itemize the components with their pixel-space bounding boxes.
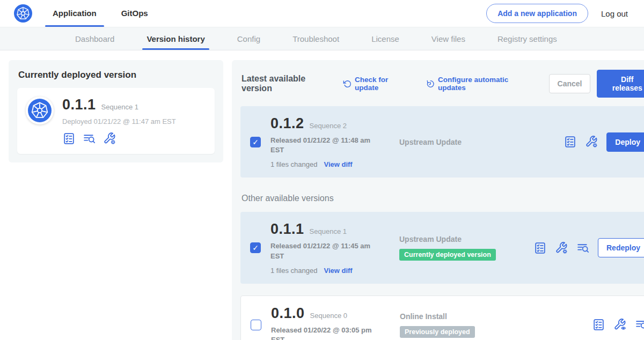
version-sequence: Sequence 0 [310, 312, 347, 320]
tab-view-files[interactable]: View files [431, 27, 465, 50]
other-versions-label: Other available versions [241, 194, 644, 203]
version-sequence: Sequence 2 [310, 122, 347, 130]
deployed-version-card: 0.1.1 Sequence 1 Deployed 01/21/22 @ 11:… [17, 88, 215, 154]
previously-deployed-badge: Previously deployed [400, 326, 475, 338]
released-timestamp: Released 01/20/22 @ 03:05 pm EST [271, 326, 372, 340]
edit-config-icon[interactable] [585, 135, 598, 149]
tab-troubleshoot[interactable]: Troubleshoot [292, 27, 339, 50]
version-source: Upstream Update Currently deployed versi… [399, 235, 533, 261]
source-label: Upstream Update [399, 138, 533, 146]
version-source: Online Install Previously deployed [400, 312, 534, 338]
source-label: Online Install [400, 312, 534, 321]
version-card-0-1-0: 0.1.0 Sequence 0 Released 01/20/22 @ 03:… [240, 295, 644, 340]
files-changed-label: 1 files changed [270, 160, 317, 168]
version-info: 0.1.0 Sequence 0 Released 01/20/22 @ 03:… [271, 305, 385, 340]
deploy-logs-icon[interactable] [635, 318, 644, 331]
view-diff-link[interactable]: View diff [324, 160, 352, 168]
version-checkbox[interactable] [250, 242, 261, 253]
tab-application[interactable]: Application [53, 0, 97, 27]
version-actions: Deploy [564, 132, 644, 152]
available-versions-panel: Latest available version Check for updat… [232, 60, 644, 340]
configure-automatic-updates-link[interactable]: Configure automatic updates [426, 76, 535, 92]
add-application-button[interactable]: Add a new application [486, 4, 588, 23]
tab-version-history[interactable]: Version history [147, 27, 204, 50]
kots-admin-console: Application GitOps Add a new application… [0, 0, 644, 340]
deploy-logs-icon[interactable] [576, 241, 590, 255]
version-checkbox[interactable] [250, 137, 261, 147]
released-timestamp: Released 01/21/22 @ 11:48 am EST [270, 136, 371, 155]
tab-registry-settings[interactable]: Registry settings [497, 27, 557, 50]
version-card-0-1-2: 0.1.2 Sequence 2 Released 01/21/22 @ 11:… [240, 106, 644, 178]
version-actions: Redeploy [533, 238, 644, 257]
deployed-timestamp: Deployed 01/21/22 @ 11:47 am EST [62, 117, 176, 125]
latest-available-title: Latest available version [241, 74, 335, 93]
schedule-icon [426, 79, 435, 88]
view-config-icon[interactable] [613, 318, 627, 331]
diff-releases-button[interactable]: Diff releases [597, 70, 644, 98]
kubernetes-logo-icon [14, 4, 32, 23]
source-label: Upstream Update [399, 235, 533, 243]
available-versions-header: Latest available version Check for updat… [241, 70, 644, 98]
refresh-icon [343, 79, 352, 88]
deployed-version-details: 0.1.1 Sequence 1 Deployed 01/21/22 @ 11:… [62, 97, 176, 145]
files-changed-label: 1 files changed [270, 267, 317, 275]
version-checkbox[interactable] [251, 320, 261, 330]
cancel-button[interactable]: Cancel [549, 74, 591, 93]
top-nav-actions: Add a new application Log out [486, 4, 630, 23]
version-sequence: Sequence 1 [310, 227, 347, 235]
version-number: 0.1.1 [270, 221, 304, 238]
preflight-checks-icon[interactable] [533, 241, 547, 255]
app-sub-nav: Dashboard Version history Config Trouble… [0, 27, 644, 50]
edit-config-icon[interactable] [555, 241, 568, 255]
app-kubernetes-icon [26, 97, 54, 124]
version-card-0-1-1: 0.1.1 Sequence 1 Released 01/21/22 @ 11:… [240, 212, 644, 283]
deploy-button[interactable]: Deploy [606, 132, 644, 152]
deploy-logs-icon[interactable] [83, 132, 96, 145]
version-info: 0.1.1 Sequence 1 Released 01/21/22 @ 11:… [270, 221, 384, 274]
tab-gitops[interactable]: GitOps [121, 0, 148, 27]
version-number: 0.1.2 [270, 115, 304, 132]
tab-license[interactable]: License [371, 27, 399, 50]
preflight-checks-icon[interactable] [564, 135, 577, 149]
version-number: 0.1.0 [271, 305, 305, 322]
version-source: Upstream Update [399, 138, 533, 146]
logout-link[interactable]: Log out [601, 9, 630, 18]
version-history-page: Currently deployed version 0.1.1 Sequenc… [0, 50, 644, 340]
deployed-version-sequence: Sequence 1 [101, 103, 138, 111]
version-info: 0.1.2 Sequence 2 Released 01/21/22 @ 11:… [270, 115, 384, 168]
currently-deployed-badge: Currently deployed version [399, 249, 496, 261]
top-nav: Application GitOps Add a new application… [0, 0, 644, 27]
check-for-update-link[interactable]: Check for update [343, 76, 412, 92]
version-actions [592, 318, 644, 331]
released-timestamp: Released 01/21/22 @ 11:45 am EST [270, 241, 371, 261]
tab-config[interactable]: Config [237, 27, 260, 50]
view-diff-link[interactable]: View diff [324, 267, 352, 275]
preflight-checks-icon[interactable] [62, 132, 76, 145]
deployed-version-number: 0.1.1 [62, 97, 96, 113]
preflight-checks-icon[interactable] [592, 318, 605, 331]
currently-deployed-panel: Currently deployed version 0.1.1 Sequenc… [9, 60, 223, 162]
redeploy-button[interactable]: Redeploy [598, 238, 644, 257]
tab-dashboard[interactable]: Dashboard [75, 27, 114, 50]
edit-config-icon[interactable] [103, 132, 116, 145]
currently-deployed-title: Currently deployed version [18, 70, 215, 80]
